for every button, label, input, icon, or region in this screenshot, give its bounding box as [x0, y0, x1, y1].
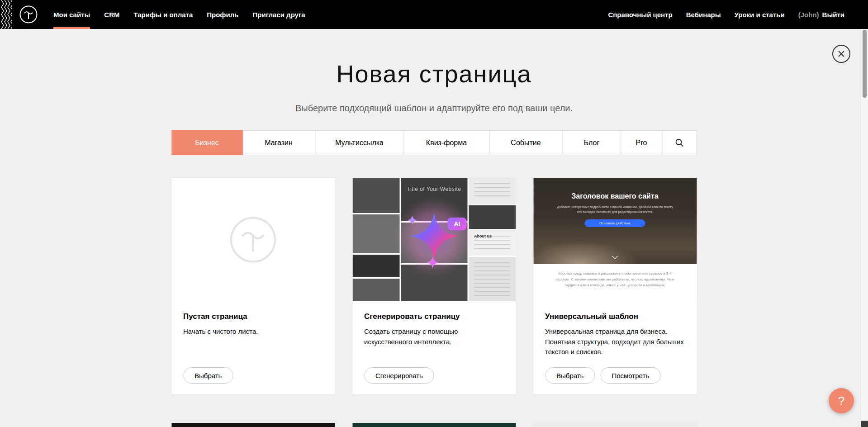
nav-item-profile[interactable]: Профиль	[207, 0, 238, 29]
template-body-text: Коротко представьтесь и расскажите о ком…	[555, 271, 675, 288]
ai-badge: AI	[448, 218, 467, 230]
card-info: Универсальный шаблон Универсальная стран…	[533, 301, 697, 394]
top-navbar: Мои сайты CRM Тарифы и оплата Профиль Пр…	[0, 0, 868, 29]
tab-event[interactable]: Событие	[489, 130, 563, 155]
search-icon	[675, 138, 683, 147]
nav-item-invite-friend[interactable]: Пригласи друга	[252, 0, 305, 29]
template-hero-button: Основное действие	[585, 219, 645, 227]
template-hero-subtitle: Добавьте интересные подробности о вашей …	[556, 204, 674, 214]
card-blank-page[interactable]: Пустая страница Начать с чистого листа. …	[171, 178, 335, 394]
page-title: Новая страница	[171, 60, 697, 88]
main-nav: Мои сайты CRM Тарифы и оплата Профиль Пр…	[53, 0, 305, 29]
vertical-scrollbar[interactable]	[861, 0, 868, 427]
nav-item-webinars[interactable]: Вебинары	[686, 0, 721, 29]
card-info: Сгенерировать страницу Создать страницу …	[352, 301, 516, 394]
tilda-logo[interactable]	[19, 5, 38, 24]
nav-item-help-center[interactable]: Справочный центр	[608, 0, 672, 29]
template-grid: Пустая страница Начать с чистого листа. …	[171, 178, 697, 394]
preview-template-button[interactable]: Посмотреть	[600, 367, 660, 384]
nav-item-lessons[interactable]: Уроки и статьи	[735, 0, 785, 29]
blank-preview	[171, 178, 335, 301]
logout-label: Выйти	[822, 11, 844, 19]
close-button[interactable]	[832, 45, 850, 63]
generate-button[interactable]: Сгенерировать	[364, 367, 434, 384]
help-button[interactable]: ?	[829, 388, 854, 413]
card-title: Сгенерировать страницу	[364, 312, 504, 321]
tab-pro[interactable]: Pro	[621, 130, 662, 155]
card-title: Пустая страница	[183, 312, 323, 321]
template-body: Коротко представьтесь и расскажите о ком…	[533, 264, 697, 301]
tilda-new-page-screen: Мои сайты CRM Тарифы и оплата Профиль Пр…	[0, 0, 868, 427]
nav-item-tariffs[interactable]: Тарифы и оплата	[133, 0, 193, 29]
template-card-partial[interactable]	[171, 423, 335, 427]
nav-item-logout[interactable]: (John) Выйти	[798, 0, 844, 29]
nav-item-crm[interactable]: CRM	[104, 0, 119, 29]
universal-preview: Заголовок вашего сайта Добавьте интересн…	[533, 178, 697, 301]
tilda-watermark-icon	[228, 215, 278, 265]
tab-search[interactable]	[662, 130, 697, 155]
about-us-tile-label: About us	[474, 234, 492, 238]
ai-preview: About us Title of Your Website	[352, 178, 516, 301]
tab-quiz-form[interactable]: Квиз-форма	[403, 130, 489, 155]
close-icon	[838, 50, 845, 57]
card-ai-generate[interactable]: About us Title of Your Website	[352, 178, 516, 394]
user-name: (John)	[798, 11, 819, 19]
tab-store[interactable]: Магазин	[242, 130, 315, 155]
template-hero-title: Заголовок вашего сайта	[533, 192, 697, 200]
card-universal-template[interactable]: Заголовок вашего сайта Добавьте интересн…	[533, 178, 697, 394]
card-title: Универсальный шаблон	[545, 312, 685, 321]
tab-business[interactable]: Бизнес	[171, 130, 242, 155]
zigzag-pattern-icon	[0, 0, 12, 29]
chevron-down-icon	[612, 253, 618, 261]
content-area: Новая страница Выберите подходящий шабло…	[171, 0, 697, 427]
scrollbar-thumb[interactable]	[863, 30, 867, 98]
template-category-tabs: Бизнес Магазин Мультиссылка Квиз-форма С…	[171, 130, 697, 155]
template-card-partial[interactable]	[533, 423, 697, 427]
nav-item-my-sites[interactable]: Мои сайты	[53, 0, 90, 29]
tab-blog[interactable]: Блог	[562, 130, 621, 155]
card-description: Универсальная страница для бизнеса. Поня…	[545, 327, 685, 357]
card-info: Пустая страница Начать с чистого листа. …	[171, 301, 335, 394]
tab-multilink[interactable]: Мультиссылка	[315, 130, 404, 155]
next-row-cards	[171, 423, 697, 427]
select-template-button[interactable]: Выбрать	[545, 367, 595, 384]
card-description: Создать страницу с помощью искусственног…	[364, 327, 504, 347]
secondary-nav: Справочный центр Вебинары Уроки и статьи…	[608, 0, 844, 29]
template-card-partial[interactable]	[352, 423, 516, 427]
template-hero: Заголовок вашего сайта Добавьте интересн…	[533, 178, 697, 264]
scrollbar-corner	[861, 421, 868, 427]
card-description: Начать с чистого листа.	[183, 327, 323, 337]
page-subtitle: Выберите подходящий шаблон и адаптируйте…	[171, 103, 697, 114]
select-blank-button[interactable]: Выбрать	[183, 367, 233, 384]
